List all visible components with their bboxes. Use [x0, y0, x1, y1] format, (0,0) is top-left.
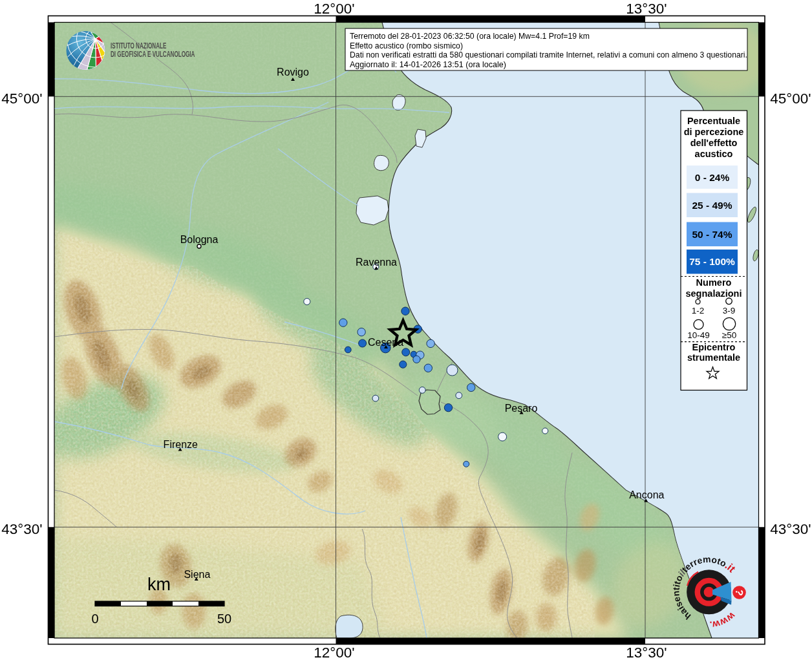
svg-text:≥50: ≥50: [722, 330, 736, 340]
svg-text:Dati non verificati estratti d: Dati non verificati estratti da 580 ques…: [350, 50, 747, 59]
svg-text:Effetto acustico (rombo sismic: Effetto acustico (rombo sismico): [350, 41, 463, 50]
svg-text:50 - 74%: 50 - 74%: [692, 229, 732, 240]
svg-text:75 - 100%: 75 - 100%: [689, 256, 735, 267]
svg-text:10-49: 10-49: [687, 330, 710, 340]
svg-text:Percentuale: Percentuale: [687, 116, 740, 126]
svg-text:Ravenna: Ravenna: [356, 257, 397, 268]
svg-text:di percezione: di percezione: [684, 127, 744, 137]
svg-text:25 - 49%: 25 - 49%: [692, 200, 732, 211]
svg-text:strumentale: strumentale: [687, 352, 740, 363]
svg-text:12°00': 12°00': [314, 1, 354, 17]
svg-text:km: km: [147, 575, 171, 594]
svg-text:Ancona: Ancona: [629, 489, 664, 500]
svg-text:segnalazioni: segnalazioni: [685, 288, 742, 299]
svg-text:1-2: 1-2: [692, 306, 705, 315]
svg-text:Firenze: Firenze: [164, 439, 198, 450]
svg-text:Numero: Numero: [696, 277, 732, 288]
svg-text:dell'effetto: dell'effetto: [690, 138, 738, 148]
svg-text:0: 0: [91, 612, 98, 626]
svg-text:acustico: acustico: [695, 149, 733, 159]
svg-text:DI GEOFISICA E VULCANOLOGIA: DI GEOFISICA E VULCANOLOGIA: [111, 50, 195, 59]
svg-text:Siena: Siena: [184, 569, 210, 580]
svg-text:13°30': 13°30': [626, 1, 667, 17]
svg-text:3-9: 3-9: [723, 306, 736, 315]
svg-text:45°00': 45°00': [770, 91, 811, 107]
svg-text:12°00': 12°00': [314, 645, 354, 661]
svg-text:Terremoto del 28-01-2023 06:32: Terremoto del 28-01-2023 06:32:50 (ora l…: [350, 31, 590, 41]
svg-text:13°30': 13°30': [626, 645, 667, 661]
svg-text:Epicentro: Epicentro: [692, 342, 736, 352]
svg-text:45°00': 45°00': [1, 91, 42, 107]
svg-text:50: 50: [217, 612, 231, 626]
svg-text:Bologna: Bologna: [180, 234, 219, 245]
svg-text:Aggiornato il: 14-01-2026 13:5: Aggiornato il: 14-01-2026 13:51 (ora loc…: [350, 59, 506, 69]
svg-text:43°30': 43°30': [1, 521, 42, 537]
svg-text:0 - 24%: 0 - 24%: [695, 172, 730, 183]
svg-text:43°30': 43°30': [770, 521, 811, 537]
svg-text:Rovigo: Rovigo: [277, 67, 309, 78]
